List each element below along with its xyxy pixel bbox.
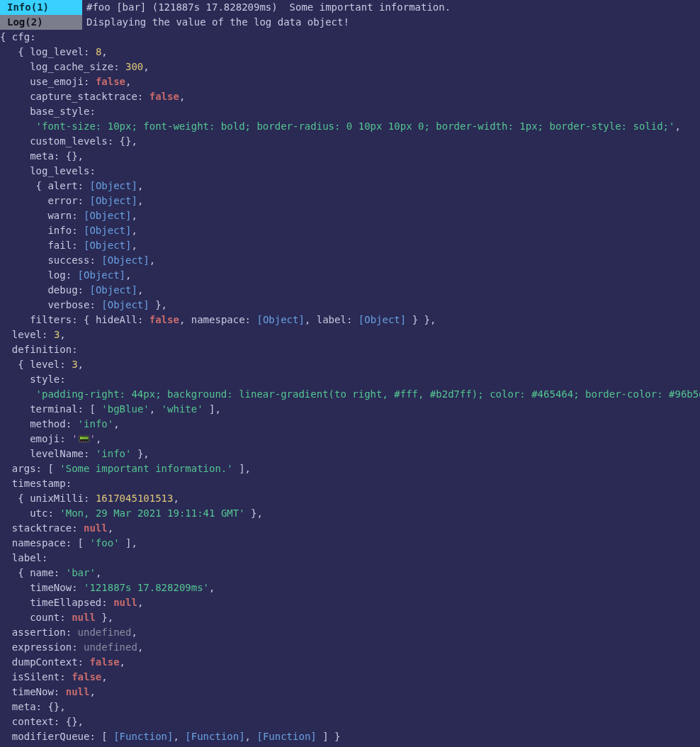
obj-line: count: null }, — [0, 610, 700, 625]
obj-line: timeEllapsed: null, — [0, 595, 700, 610]
obj-line: log_cache_size: 300, — [0, 60, 700, 74]
obj-line: { log_level: 8, — [0, 45, 700, 60]
obj-line: 'padding-right: 44px; background: linear… — [0, 387, 700, 402]
obj-line: log: [Object], — [0, 268, 700, 283]
obj-line: { cfg: — [0, 30, 700, 45]
obj-line: terminal: [ 'bgBlue', 'white' ], — [0, 402, 700, 417]
obj-line: timeNow: null, — [0, 685, 700, 700]
obj-line: meta: {}, — [0, 700, 700, 714]
obj-line: error: [Object], — [0, 193, 700, 208]
obj-line: info: [Object], — [0, 223, 700, 238]
log-line-info: Info(1)#foo [bar] (121887s 17.828209ms) … — [0, 0, 700, 15]
obj-line: 'font-size: 10px; font-weight: bold; bor… — [0, 119, 700, 134]
obj-line: use_emoji: false, — [0, 74, 700, 89]
obj-line: style: — [0, 372, 700, 387]
obj-line: meta: {}, — [0, 149, 700, 164]
obj-line: { unixMilli: 1617045101513, — [0, 491, 700, 506]
obj-line: fail: [Object], — [0, 238, 700, 253]
obj-line: isSilent: false, — [0, 670, 700, 685]
obj-line: debug: [Object], — [0, 283, 700, 298]
obj-line: timeNow: '121887s 17.828209ms', — [0, 580, 700, 595]
log-message: Displaying the value of the log data obj… — [86, 16, 349, 28]
obj-line: timestamp: — [0, 476, 700, 491]
obj-line: { alert: [Object], — [0, 179, 700, 193]
obj-line: base_style: — [0, 104, 700, 119]
obj-line: levelName: 'info' }, — [0, 446, 700, 461]
info-message: #foo [bar] (121887s 17.828209ms) Some im… — [86, 1, 451, 13]
obj-line: assertion: undefined, — [0, 625, 700, 640]
obj-line: success: [Object], — [0, 253, 700, 268]
info-badge: Info(1) — [0, 0, 82, 15]
obj-line: custom_levels: {}, — [0, 134, 700, 149]
obj-line: label: — [0, 551, 700, 566]
obj-line: { name: 'bar', — [0, 566, 700, 580]
obj-line: verbose: [Object] }, — [0, 298, 700, 313]
obj-line: definition: — [0, 342, 700, 357]
obj-line: modifierQueue: [ [Function], [Function],… — [0, 729, 700, 744]
log-badge: Log(2) — [0, 15, 82, 30]
obj-line: warn: [Object], — [0, 208, 700, 223]
obj-line: stacktrace: null, — [0, 521, 700, 536]
obj-line: namespace: [ 'foo' ], — [0, 536, 700, 551]
obj-line: context: {}, — [0, 714, 700, 729]
obj-line: utc: 'Mon, 29 Mar 2021 19:11:41 GMT' }, — [0, 506, 700, 521]
log-line-log: Log(2)Displaying the value of the log da… — [0, 15, 700, 30]
obj-line: emoji: '📟', — [0, 432, 700, 446]
obj-line: expression: undefined, — [0, 640, 700, 655]
obj-line: capture_stacktrace: false, — [0, 89, 700, 104]
obj-line: filters: { hideAll: false, namespace: [O… — [0, 313, 700, 327]
obj-line: dumpContext: false, — [0, 655, 700, 670]
obj-line: level: 3, — [0, 327, 700, 342]
obj-line: log_levels: — [0, 164, 700, 179]
console-output: Info(1)#foo [bar] (121887s 17.828209ms) … — [0, 0, 700, 744]
obj-line: method: 'info', — [0, 417, 700, 432]
obj-line: args: [ 'Some important information.' ], — [0, 461, 700, 476]
obj-line: { level: 3, — [0, 357, 700, 372]
